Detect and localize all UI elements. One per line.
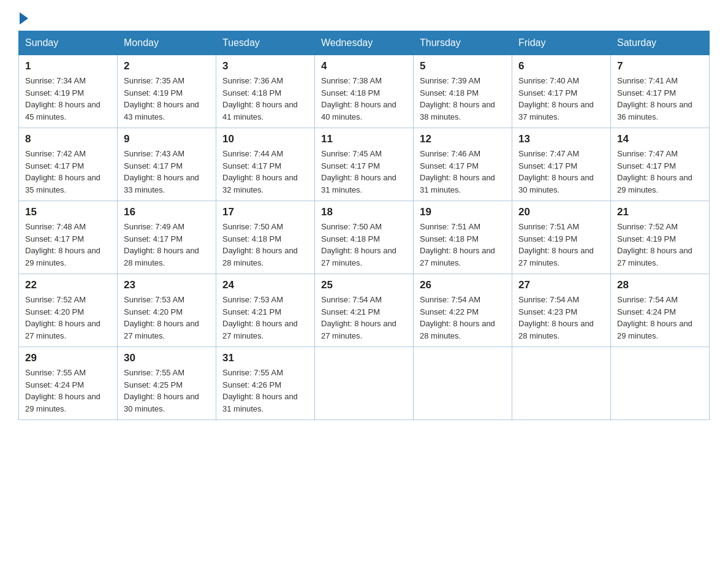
day-info: Sunrise: 7:52 AM Sunset: 4:19 PM Dayligh… — [617, 221, 703, 269]
day-number: 30 — [124, 352, 210, 364]
calendar-cell: 28 Sunrise: 7:54 AM Sunset: 4:24 PM Dayl… — [611, 274, 710, 347]
weekday-header-saturday: Saturday — [611, 31, 710, 55]
day-info: Sunrise: 7:54 AM Sunset: 4:23 PM Dayligh… — [518, 294, 604, 342]
calendar-cell: 30 Sunrise: 7:55 AM Sunset: 4:25 PM Dayl… — [118, 347, 216, 420]
calendar-cell — [414, 347, 512, 420]
calendar-cell: 20 Sunrise: 7:51 AM Sunset: 4:19 PM Dayl… — [512, 201, 611, 274]
logo-arrow-icon — [20, 12, 28, 25]
calendar-cell: 21 Sunrise: 7:52 AM Sunset: 4:19 PM Dayl… — [611, 201, 710, 274]
day-number: 29 — [25, 352, 111, 364]
day-number: 16 — [124, 206, 210, 218]
calendar-cell — [512, 347, 611, 420]
calendar-cell: 3 Sunrise: 7:36 AM Sunset: 4:18 PM Dayli… — [216, 55, 315, 128]
calendar-cell: 12 Sunrise: 7:46 AM Sunset: 4:17 PM Dayl… — [414, 128, 512, 201]
calendar-cell: 13 Sunrise: 7:47 AM Sunset: 4:17 PM Dayl… — [512, 128, 611, 201]
calendar-cell — [315, 347, 414, 420]
day-info: Sunrise: 7:38 AM Sunset: 4:18 PM Dayligh… — [321, 75, 407, 123]
day-info: Sunrise: 7:52 AM Sunset: 4:20 PM Dayligh… — [25, 294, 111, 342]
day-number: 28 — [617, 279, 703, 291]
day-info: Sunrise: 7:51 AM Sunset: 4:18 PM Dayligh… — [420, 221, 506, 269]
calendar-cell: 29 Sunrise: 7:55 AM Sunset: 4:24 PM Dayl… — [19, 347, 118, 420]
calendar-cell: 1 Sunrise: 7:34 AM Sunset: 4:19 PM Dayli… — [19, 55, 118, 128]
calendar-week-row: 8 Sunrise: 7:42 AM Sunset: 4:17 PM Dayli… — [19, 128, 710, 201]
calendar-cell: 11 Sunrise: 7:45 AM Sunset: 4:17 PM Dayl… — [315, 128, 414, 201]
calendar-cell: 10 Sunrise: 7:44 AM Sunset: 4:17 PM Dayl… — [216, 128, 315, 201]
calendar-cell: 24 Sunrise: 7:53 AM Sunset: 4:21 PM Dayl… — [216, 274, 315, 347]
day-number: 23 — [124, 279, 210, 291]
day-number: 3 — [222, 60, 308, 72]
day-number: 18 — [321, 206, 407, 218]
day-number: 17 — [222, 206, 308, 218]
calendar-cell: 27 Sunrise: 7:54 AM Sunset: 4:23 PM Dayl… — [512, 274, 611, 347]
day-info: Sunrise: 7:46 AM Sunset: 4:17 PM Dayligh… — [420, 148, 506, 196]
day-number: 11 — [321, 133, 407, 145]
day-info: Sunrise: 7:55 AM Sunset: 4:25 PM Dayligh… — [124, 367, 210, 415]
calendar-cell — [611, 347, 710, 420]
day-info: Sunrise: 7:34 AM Sunset: 4:19 PM Dayligh… — [25, 75, 111, 123]
calendar-cell: 19 Sunrise: 7:51 AM Sunset: 4:18 PM Dayl… — [414, 201, 512, 274]
day-number: 12 — [420, 133, 506, 145]
calendar-week-row: 22 Sunrise: 7:52 AM Sunset: 4:20 PM Dayl… — [19, 274, 710, 347]
calendar-cell: 26 Sunrise: 7:54 AM Sunset: 4:22 PM Dayl… — [414, 274, 512, 347]
calendar-cell: 16 Sunrise: 7:49 AM Sunset: 4:17 PM Dayl… — [118, 201, 216, 274]
day-info: Sunrise: 7:42 AM Sunset: 4:17 PM Dayligh… — [25, 148, 111, 196]
day-info: Sunrise: 7:55 AM Sunset: 4:26 PM Dayligh… — [222, 367, 308, 415]
calendar-cell: 9 Sunrise: 7:43 AM Sunset: 4:17 PM Dayli… — [118, 128, 216, 201]
calendar-cell: 18 Sunrise: 7:50 AM Sunset: 4:18 PM Dayl… — [315, 201, 414, 274]
day-info: Sunrise: 7:41 AM Sunset: 4:17 PM Dayligh… — [617, 75, 703, 123]
day-number: 10 — [222, 133, 308, 145]
weekday-header-tuesday: Tuesday — [216, 31, 315, 55]
day-number: 6 — [518, 60, 604, 72]
calendar-cell: 4 Sunrise: 7:38 AM Sunset: 4:18 PM Dayli… — [315, 55, 414, 128]
day-number: 20 — [518, 206, 604, 218]
day-info: Sunrise: 7:49 AM Sunset: 4:17 PM Dayligh… — [124, 221, 210, 269]
calendar-cell: 6 Sunrise: 7:40 AM Sunset: 4:17 PM Dayli… — [512, 55, 611, 128]
day-info: Sunrise: 7:44 AM Sunset: 4:17 PM Dayligh… — [222, 148, 308, 196]
weekday-header-wednesday: Wednesday — [315, 31, 414, 55]
calendar-cell: 25 Sunrise: 7:54 AM Sunset: 4:21 PM Dayl… — [315, 274, 414, 347]
day-info: Sunrise: 7:45 AM Sunset: 4:17 PM Dayligh… — [321, 148, 407, 196]
calendar-table: SundayMondayTuesdayWednesdayThursdayFrid… — [18, 31, 710, 420]
weekday-header-thursday: Thursday — [414, 31, 512, 55]
day-number: 22 — [25, 279, 111, 291]
calendar-cell: 22 Sunrise: 7:52 AM Sunset: 4:20 PM Dayl… — [19, 274, 118, 347]
calendar-cell: 7 Sunrise: 7:41 AM Sunset: 4:17 PM Dayli… — [611, 55, 710, 128]
calendar-cell: 23 Sunrise: 7:53 AM Sunset: 4:20 PM Dayl… — [118, 274, 216, 347]
day-info: Sunrise: 7:55 AM Sunset: 4:24 PM Dayligh… — [25, 367, 111, 415]
day-info: Sunrise: 7:54 AM Sunset: 4:22 PM Dayligh… — [420, 294, 506, 342]
day-number: 14 — [617, 133, 703, 145]
calendar-week-row: 1 Sunrise: 7:34 AM Sunset: 4:19 PM Dayli… — [19, 55, 710, 128]
day-info: Sunrise: 7:39 AM Sunset: 4:18 PM Dayligh… — [420, 75, 506, 123]
calendar-cell: 2 Sunrise: 7:35 AM Sunset: 4:19 PM Dayli… — [118, 55, 216, 128]
day-info: Sunrise: 7:40 AM Sunset: 4:17 PM Dayligh… — [518, 75, 604, 123]
calendar-cell: 5 Sunrise: 7:39 AM Sunset: 4:18 PM Dayli… — [414, 55, 512, 128]
day-number: 5 — [420, 60, 506, 72]
page-header — [18, 12, 710, 25]
weekday-header-sunday: Sunday — [19, 31, 118, 55]
day-number: 13 — [518, 133, 604, 145]
day-number: 2 — [124, 60, 210, 72]
day-info: Sunrise: 7:54 AM Sunset: 4:21 PM Dayligh… — [321, 294, 407, 342]
day-info: Sunrise: 7:50 AM Sunset: 4:18 PM Dayligh… — [321, 221, 407, 269]
day-number: 27 — [518, 279, 604, 291]
weekday-header-row: SundayMondayTuesdayWednesdayThursdayFrid… — [19, 31, 710, 55]
day-info: Sunrise: 7:54 AM Sunset: 4:24 PM Dayligh… — [617, 294, 703, 342]
day-info: Sunrise: 7:53 AM Sunset: 4:21 PM Dayligh… — [222, 294, 308, 342]
day-info: Sunrise: 7:48 AM Sunset: 4:17 PM Dayligh… — [25, 221, 111, 269]
day-info: Sunrise: 7:35 AM Sunset: 4:19 PM Dayligh… — [124, 75, 210, 123]
logo — [18, 12, 29, 25]
day-number: 9 — [124, 133, 210, 145]
calendar-cell: 17 Sunrise: 7:50 AM Sunset: 4:18 PM Dayl… — [216, 201, 315, 274]
day-info: Sunrise: 7:50 AM Sunset: 4:18 PM Dayligh… — [222, 221, 308, 269]
calendar-cell: 31 Sunrise: 7:55 AM Sunset: 4:26 PM Dayl… — [216, 347, 315, 420]
day-number: 25 — [321, 279, 407, 291]
day-number: 26 — [420, 279, 506, 291]
weekday-header-friday: Friday — [512, 31, 611, 55]
day-number: 31 — [222, 352, 308, 364]
day-info: Sunrise: 7:53 AM Sunset: 4:20 PM Dayligh… — [124, 294, 210, 342]
day-number: 21 — [617, 206, 703, 218]
day-number: 7 — [617, 60, 703, 72]
day-number: 15 — [25, 206, 111, 218]
day-number: 1 — [25, 60, 111, 72]
day-info: Sunrise: 7:51 AM Sunset: 4:19 PM Dayligh… — [518, 221, 604, 269]
